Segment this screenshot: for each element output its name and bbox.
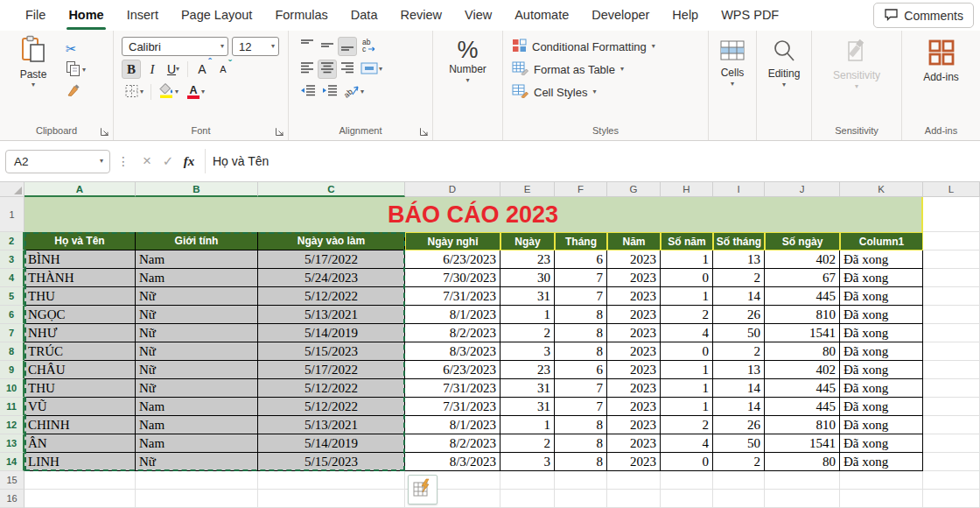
cell-I3[interactable]: 13 bbox=[713, 250, 765, 269]
cell-B15[interactable] bbox=[136, 471, 258, 490]
cell-H10[interactable]: 1 bbox=[661, 379, 713, 398]
report-title-cell[interactable]: BÁO CÁO 2023 bbox=[24, 197, 923, 232]
borders-button[interactable]: ▾ bbox=[122, 82, 146, 102]
cell-G5[interactable]: 2023 bbox=[607, 287, 661, 306]
column-header-B[interactable]: B bbox=[136, 182, 258, 197]
cell-L5[interactable] bbox=[923, 287, 980, 306]
cut-button[interactable]: ✂ bbox=[63, 39, 88, 58]
cell-H8[interactable]: 0 bbox=[661, 342, 713, 361]
cell-E3[interactable]: 23 bbox=[500, 250, 555, 269]
cell-B5[interactable]: Nữ bbox=[136, 287, 258, 306]
cell-K7[interactable]: Đã xong bbox=[840, 324, 923, 342]
cell-H16[interactable] bbox=[661, 490, 713, 508]
cell-A6[interactable]: NGỌC bbox=[24, 306, 136, 324]
cell-C14[interactable]: 5/15/2023 bbox=[258, 453, 405, 471]
cell-A3[interactable]: BÌNH bbox=[24, 250, 136, 269]
comments-button[interactable]: Comments bbox=[873, 3, 974, 28]
cell-K13[interactable]: Đã xong bbox=[840, 434, 923, 453]
cell-C7[interactable]: 5/14/2019 bbox=[258, 324, 405, 342]
header-cell-G2[interactable]: Năm bbox=[607, 232, 661, 250]
menu-tab-data[interactable]: Data bbox=[340, 0, 389, 31]
cell-K4[interactable]: Đã xong bbox=[840, 269, 923, 287]
cell-styles-button[interactable]: Cell Styles ▾ bbox=[503, 81, 708, 103]
cell-L14[interactable] bbox=[923, 453, 980, 471]
cell-J8[interactable]: 80 bbox=[765, 342, 840, 361]
format-painter-button[interactable] bbox=[63, 82, 88, 102]
cell-C8[interactable]: 5/15/2023 bbox=[258, 342, 405, 361]
cell-G10[interactable]: 2023 bbox=[607, 379, 661, 398]
cell-I8[interactable]: 2 bbox=[713, 342, 765, 361]
clipboard-dialog-launcher-icon[interactable] bbox=[99, 127, 109, 138]
cell-H3[interactable]: 1 bbox=[661, 250, 713, 269]
cell-D7[interactable]: 8/2/2023 bbox=[405, 324, 500, 342]
cell-I4[interactable]: 2 bbox=[713, 269, 765, 287]
cell-I6[interactable]: 26 bbox=[713, 306, 765, 324]
row-header-15[interactable]: 15 bbox=[0, 471, 24, 490]
cell-H5[interactable]: 1 bbox=[661, 287, 713, 306]
menu-tab-file[interactable]: File bbox=[14, 0, 57, 31]
cell-F15[interactable] bbox=[555, 471, 607, 490]
cell-I13[interactable]: 50 bbox=[713, 434, 765, 453]
row-header-1[interactable]: 1 bbox=[0, 197, 24, 232]
cell-D11[interactable]: 7/31/2023 bbox=[405, 398, 500, 416]
cell-J6[interactable]: 810 bbox=[765, 306, 840, 324]
cell-L4[interactable] bbox=[923, 269, 980, 287]
menu-tab-wps-pdf[interactable]: WPS PDF bbox=[710, 0, 790, 31]
cell-I15[interactable] bbox=[713, 471, 765, 490]
alignment-dialog-launcher-icon[interactable] bbox=[418, 127, 429, 138]
cells-button[interactable]: Cells ▾ bbox=[709, 35, 756, 88]
cell-I9[interactable]: 13 bbox=[713, 361, 765, 379]
cell-J3[interactable]: 402 bbox=[765, 250, 840, 269]
cell-E14[interactable]: 3 bbox=[500, 453, 555, 471]
header-cell-F2[interactable]: Tháng bbox=[555, 232, 607, 250]
cell-D12[interactable]: 8/1/2023 bbox=[405, 416, 500, 434]
font-dialog-launcher-icon[interactable] bbox=[274, 127, 284, 138]
cell-G14[interactable]: 2023 bbox=[607, 453, 661, 471]
cell-B3[interactable]: Nam bbox=[136, 250, 258, 269]
cell-E15[interactable] bbox=[500, 471, 555, 490]
cell-D3[interactable]: 6/23/2023 bbox=[405, 250, 500, 269]
menu-tab-developer[interactable]: Developer bbox=[580, 0, 661, 31]
cell-J15[interactable] bbox=[765, 471, 840, 490]
cell-C15[interactable] bbox=[258, 471, 405, 490]
cell-A12[interactable]: CHINH bbox=[24, 416, 136, 434]
fill-color-button[interactable]: ▾ bbox=[156, 82, 181, 102]
cell-C10[interactable]: 5/12/2022 bbox=[258, 379, 405, 398]
cell-B10[interactable]: Nữ bbox=[136, 379, 258, 398]
cell-K9[interactable]: Đã xong bbox=[840, 361, 923, 379]
cell-E16[interactable] bbox=[500, 490, 555, 508]
cell-C4[interactable]: 5/24/2023 bbox=[258, 269, 405, 287]
cell-C16[interactable] bbox=[258, 490, 405, 508]
cell-B6[interactable]: Nữ bbox=[136, 306, 258, 324]
cell-L12[interactable] bbox=[923, 416, 980, 434]
cell-A14[interactable]: LINH bbox=[24, 453, 136, 471]
cell-A9[interactable]: CHÂU bbox=[24, 361, 136, 379]
cell-F5[interactable]: 7 bbox=[555, 287, 607, 306]
cell-H6[interactable]: 2 bbox=[661, 306, 713, 324]
cell-B13[interactable]: Nam bbox=[136, 434, 258, 453]
cell-F13[interactable]: 8 bbox=[555, 434, 607, 453]
cell-F9[interactable]: 6 bbox=[555, 361, 607, 379]
conditional-formatting-button[interactable]: Conditional Formatting ▾ bbox=[503, 35, 708, 58]
cell-E13[interactable]: 2 bbox=[500, 434, 555, 453]
cell-F10[interactable]: 7 bbox=[555, 379, 607, 398]
cell-A4[interactable]: THÀNH bbox=[24, 269, 136, 287]
cell-J13[interactable]: 1541 bbox=[765, 434, 840, 453]
cell-E6[interactable]: 1 bbox=[500, 306, 555, 324]
cell-I12[interactable]: 26 bbox=[713, 416, 765, 434]
cell-L8[interactable] bbox=[923, 342, 980, 361]
header-cell-I2[interactable]: Số tháng bbox=[713, 232, 765, 250]
merge-center-button[interactable]: ▾ bbox=[358, 60, 385, 79]
row-header-8[interactable]: 8 bbox=[0, 342, 24, 361]
cell-J7[interactable]: 1541 bbox=[765, 324, 840, 342]
cell-D5[interactable]: 7/31/2023 bbox=[405, 287, 500, 306]
row-header-16[interactable]: 16 bbox=[0, 490, 24, 508]
cell-H15[interactable] bbox=[661, 471, 713, 490]
cell-F12[interactable]: 8 bbox=[555, 416, 607, 434]
cell-A11[interactable]: VŨ bbox=[24, 398, 136, 416]
cell-F14[interactable]: 8 bbox=[555, 453, 607, 471]
cell-G13[interactable]: 2023 bbox=[607, 434, 661, 453]
name-box[interactable]: A2 ▾ bbox=[5, 150, 110, 173]
cell-D9[interactable]: 6/23/2023 bbox=[405, 361, 500, 379]
cell-H12[interactable]: 2 bbox=[661, 416, 713, 434]
